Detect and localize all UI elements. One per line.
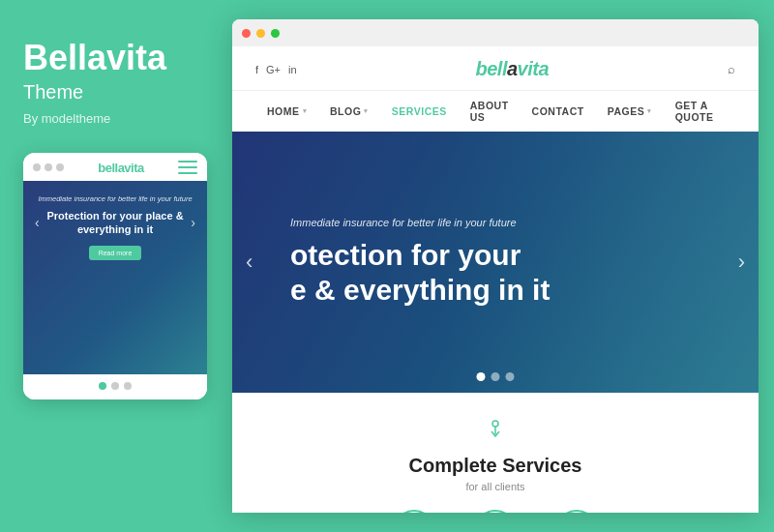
hero-tagline: Immediate insurance for better life in y… xyxy=(290,217,700,228)
browser-minimize-btn[interactable] xyxy=(256,29,265,38)
services-download-icon xyxy=(255,420,735,447)
hero-title: otection for your e & everything in it xyxy=(290,238,700,308)
mobile-hero-title: Protection for your place & everything i… xyxy=(40,209,192,237)
nav-item-contact[interactable]: CONTACT xyxy=(521,91,596,132)
search-icon[interactable]: ⌕ xyxy=(728,62,735,76)
service-item-family xyxy=(393,510,435,513)
site-header: f G+ in bellavita ⌕ HOME ▾ BLOG ▾ SERVIC… xyxy=(232,46,759,132)
site-logo[interactable]: bellavita xyxy=(476,58,550,80)
mobile-hamburger-icon[interactable] xyxy=(178,161,197,174)
nav-item-pages[interactable]: PAGES ▾ xyxy=(596,91,664,132)
services-section: Complete Services for all clients xyxy=(232,393,759,513)
theme-name: Bellavita xyxy=(23,39,209,77)
services-icons-row xyxy=(255,510,735,513)
hamburger-line-2 xyxy=(178,166,197,168)
nav-caret-blog: ▾ xyxy=(364,107,369,115)
service-item-travel xyxy=(474,510,517,513)
mobile-window-dots xyxy=(33,163,64,171)
mobile-topbar: bellavita xyxy=(23,153,207,181)
nav-item-about[interactable]: ABOUT US xyxy=(459,91,521,132)
browser-content: f G+ in bellavita ⌕ HOME ▾ BLOG ▾ SERVIC… xyxy=(232,46,759,513)
hero-prev-arrow[interactable]: ‹ xyxy=(246,250,253,275)
nav-caret-pages: ▾ xyxy=(647,107,652,115)
services-subtitle: for all clients xyxy=(255,481,735,492)
home-icon xyxy=(555,510,598,513)
browser-maximize-btn[interactable] xyxy=(271,29,280,38)
hero-dot-2[interactable] xyxy=(491,372,500,381)
service-item-home xyxy=(555,510,598,513)
mobile-slide-dots xyxy=(23,374,207,399)
family-icon xyxy=(393,510,435,513)
hero-slide-dots xyxy=(477,372,515,381)
nav-caret-home: ▾ xyxy=(303,107,308,115)
mobile-mockup: bellavita Immediate insurance for better… xyxy=(23,153,207,399)
mobile-dot-2 xyxy=(45,163,52,171)
hero-next-arrow[interactable]: › xyxy=(738,250,745,275)
facebook-icon[interactable]: f xyxy=(255,64,258,75)
nav-item-blog[interactable]: BLOG ▾ xyxy=(318,91,380,132)
nav-item-get-a-quote[interactable]: GET A QUOTE xyxy=(664,91,735,132)
hamburger-line-1 xyxy=(178,161,197,163)
browser-mockup: f G+ in bellavita ⌕ HOME ▾ BLOG ▾ SERVIC… xyxy=(232,19,759,513)
site-nav: HOME ▾ BLOG ▾ SERVICES ABOUT US CONTACT … xyxy=(232,90,759,132)
svg-point-0 xyxy=(492,421,498,427)
hero-dot-3[interactable] xyxy=(506,372,515,381)
mobile-logo: bellavita xyxy=(98,161,144,175)
mobile-slide-dot-2[interactable] xyxy=(111,382,119,390)
googleplus-icon[interactable]: G+ xyxy=(266,64,281,75)
mobile-dot-3 xyxy=(56,163,64,171)
site-social-links: f G+ in xyxy=(255,64,297,75)
mobile-hero-content: Immediate insurance for better life in y… xyxy=(35,194,195,261)
instagram-icon[interactable]: in xyxy=(288,64,297,75)
services-title: Complete Services xyxy=(255,455,735,477)
hero-content: Immediate insurance for better life in y… xyxy=(232,217,759,308)
theme-word: Theme xyxy=(23,81,209,103)
mobile-hero-tagline: Immediate insurance for better life in y… xyxy=(35,194,195,203)
mobile-hero-arrows: ‹ Protection for your place & everything… xyxy=(35,209,195,237)
mobile-slide-dot-1[interactable] xyxy=(99,382,106,390)
mobile-next-arrow[interactable]: › xyxy=(191,215,195,230)
browser-titlebar xyxy=(232,19,759,46)
logo-dot: a xyxy=(507,58,518,79)
nav-item-home[interactable]: HOME ▾ xyxy=(255,91,318,132)
site-topbar: f G+ in bellavita ⌕ xyxy=(232,46,759,90)
hero-dot-1[interactable] xyxy=(477,372,486,381)
mobile-dot-1 xyxy=(33,163,41,171)
mobile-hero: Immediate insurance for better life in y… xyxy=(23,181,207,374)
site-hero: Immediate insurance for better life in y… xyxy=(232,132,759,393)
travel-icon xyxy=(474,510,517,513)
nav-item-services[interactable]: SERVICES xyxy=(380,91,459,132)
browser-close-btn[interactable] xyxy=(242,29,251,38)
theme-author: By modeltheme xyxy=(23,111,209,126)
mobile-slide-dot-3[interactable] xyxy=(124,382,132,390)
left-panel: Bellavita Theme By modeltheme bellavita … xyxy=(0,0,232,532)
mobile-read-more-button[interactable]: Read more xyxy=(89,246,142,260)
hamburger-line-3 xyxy=(178,172,197,174)
